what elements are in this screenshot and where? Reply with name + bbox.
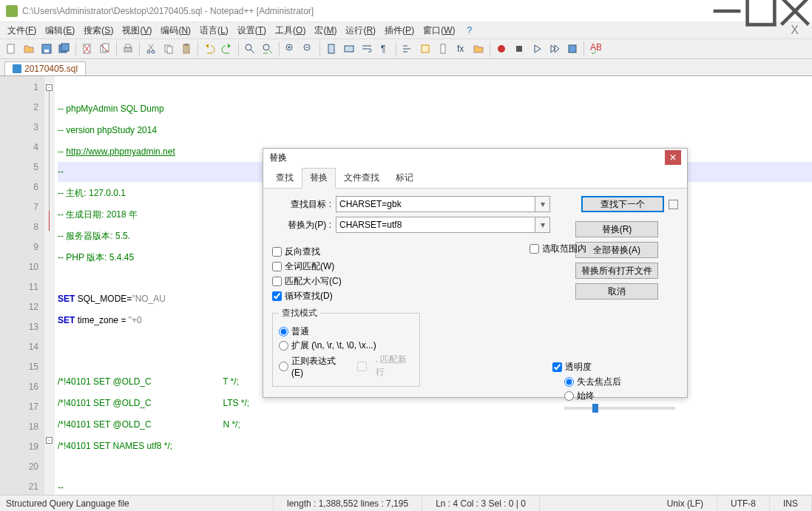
svg-point-25: [246, 44, 251, 50]
print-icon[interactable]: [120, 41, 136, 57]
spellcheck-icon[interactable]: ABC: [587, 41, 603, 57]
window-title: C:\Users\Administrator\Desktop\20170405.…: [22, 6, 710, 16]
menu-run[interactable]: 运行(R): [341, 23, 380, 38]
svg-point-27: [263, 44, 269, 50]
svg-point-42: [498, 45, 505, 53]
svg-rect-22: [167, 47, 172, 53]
dialog-tabs: 查找 替换 文件查找 标记: [263, 166, 687, 189]
svg-point-17: [147, 50, 150, 53]
menu-macro[interactable]: 宏(M): [310, 23, 341, 38]
mode-regex-radio[interactable]: 正则表达式(E) . 匹配新行: [279, 353, 413, 379]
play-icon[interactable]: [529, 41, 545, 57]
folder-icon[interactable]: [470, 41, 487, 57]
trans-always-radio[interactable]: 始终: [564, 390, 678, 402]
tab-mark[interactable]: 标记: [388, 168, 422, 188]
replace-all-open-button[interactable]: 替换所有打开文件: [575, 263, 658, 279]
in-selection-check[interactable]: 选取范围内: [530, 243, 586, 255]
find-icon[interactable]: [242, 41, 258, 57]
transparency-slider[interactable]: [564, 407, 675, 410]
svg-rect-44: [569, 45, 576, 53]
menu-help[interactable]: ?: [462, 24, 476, 37]
menu-close-icon[interactable]: X: [780, 24, 809, 37]
func-list-icon[interactable]: fx: [453, 41, 469, 57]
transparency-check[interactable]: 透明度: [552, 361, 678, 373]
replace-input[interactable]: [336, 217, 535, 233]
svg-text:fx: fx: [457, 44, 464, 54]
zoom-in-icon[interactable]: [282, 41, 299, 57]
zoom-out-icon[interactable]: [300, 41, 317, 57]
redo-icon[interactable]: [219, 41, 235, 57]
close-button[interactable]: [778, 0, 812, 22]
replace-dropdown-icon[interactable]: ▾: [535, 217, 550, 233]
dialog-titlebar[interactable]: 替换 ✕: [263, 149, 687, 166]
find-dropdown-icon[interactable]: ▾: [535, 196, 550, 212]
svg-rect-6: [44, 50, 49, 53]
sync-h-icon[interactable]: [341, 41, 357, 57]
paste-icon[interactable]: [178, 41, 194, 57]
document-tab[interactable]: 20170405.sql: [4, 61, 86, 75]
save-icon[interactable]: [38, 41, 55, 57]
menu-plugins[interactable]: 插件(P): [380, 23, 419, 38]
status-encoding[interactable]: UTF-8: [717, 495, 770, 511]
play-multi-icon[interactable]: [547, 41, 563, 57]
close-file-icon[interactable]: [79, 41, 95, 57]
sync-v-icon[interactable]: [323, 41, 339, 57]
line-number-gutter: 1234 5678 9101112 13141516 17181920 21: [0, 76, 44, 495]
undo-icon[interactable]: [201, 41, 217, 57]
tab-find[interactable]: 查找: [268, 168, 302, 188]
cancel-button[interactable]: 取消: [575, 283, 658, 300]
menu-bar: 文件(F) 编辑(E) 搜索(S) 视图(V) 编码(N) 语言(L) 设置(T…: [0, 22, 812, 38]
replace-all-button[interactable]: 全部替换(A): [575, 242, 658, 258]
copy-icon[interactable]: [160, 41, 177, 57]
app-logo-icon: [6, 5, 18, 17]
menu-tools[interactable]: 工具(O): [271, 23, 310, 38]
trans-onblur-radio[interactable]: 失去焦点后: [564, 376, 678, 388]
record-icon[interactable]: [493, 41, 510, 57]
replace-icon[interactable]: [260, 41, 276, 57]
status-eol[interactable]: Unix (LF): [654, 495, 717, 511]
svg-line-26: [251, 50, 254, 53]
tab-findinfiles[interactable]: 文件查找: [336, 168, 388, 188]
save-macro-icon[interactable]: [564, 41, 581, 57]
doc-map-icon[interactable]: [435, 41, 451, 57]
mode-normal-radio[interactable]: 普通: [279, 325, 413, 338]
status-bar: Structured Query Language file length : …: [0, 495, 812, 511]
new-file-icon[interactable]: [3, 41, 19, 57]
direction-toggle-icon[interactable]: [669, 200, 678, 209]
status-insert-mode[interactable]: INS: [770, 495, 812, 511]
indent-guide-icon[interactable]: [399, 41, 416, 57]
save-all-icon[interactable]: [56, 41, 72, 57]
find-label: 查找目标 :: [272, 198, 336, 211]
menu-settings[interactable]: 设置(T): [233, 23, 271, 38]
search-mode-group: 查找模式 普通 扩展 (\n, \r, \t, \0, \x...) 正则表达式…: [272, 307, 420, 387]
menu-encoding[interactable]: 编码(N): [156, 23, 195, 38]
show-chars-icon[interactable]: ¶: [376, 41, 393, 57]
menu-search[interactable]: 搜索(S): [79, 23, 118, 38]
find-input[interactable]: [336, 196, 535, 212]
mode-extended-radio[interactable]: 扩展 (\n, \r, \t, \0, \x...): [279, 339, 413, 352]
menu-view[interactable]: 视图(V): [118, 23, 156, 38]
fold-column: - -: [44, 76, 55, 495]
menu-file[interactable]: 文件(F): [3, 23, 41, 38]
menu-window[interactable]: 窗口(W): [419, 23, 459, 38]
find-next-button[interactable]: 查找下一个: [581, 196, 664, 212]
menu-edit[interactable]: 编辑(E): [41, 23, 79, 38]
stop-icon[interactable]: [511, 41, 527, 57]
replace-button[interactable]: 替换(R): [575, 221, 658, 237]
tab-replace[interactable]: 替换: [302, 168, 336, 189]
svg-rect-43: [516, 46, 522, 52]
minimize-button[interactable]: [710, 0, 744, 22]
lang-icon[interactable]: [417, 41, 433, 57]
svg-rect-24: [185, 44, 188, 46]
transparency-group: 透明度 失去焦点后 始终: [552, 359, 678, 410]
cut-icon[interactable]: [143, 41, 159, 57]
maximize-button[interactable]: [744, 0, 778, 22]
fold-toggle-icon[interactable]: -: [46, 437, 53, 444]
fold-toggle-icon[interactable]: -: [46, 84, 53, 91]
open-file-icon[interactable]: [21, 41, 37, 57]
svg-rect-40: [441, 44, 445, 53]
wrap-icon[interactable]: [359, 41, 375, 57]
dialog-close-button[interactable]: ✕: [665, 150, 681, 165]
menu-language[interactable]: 语言(L): [195, 23, 233, 38]
close-all-icon[interactable]: [97, 41, 113, 57]
